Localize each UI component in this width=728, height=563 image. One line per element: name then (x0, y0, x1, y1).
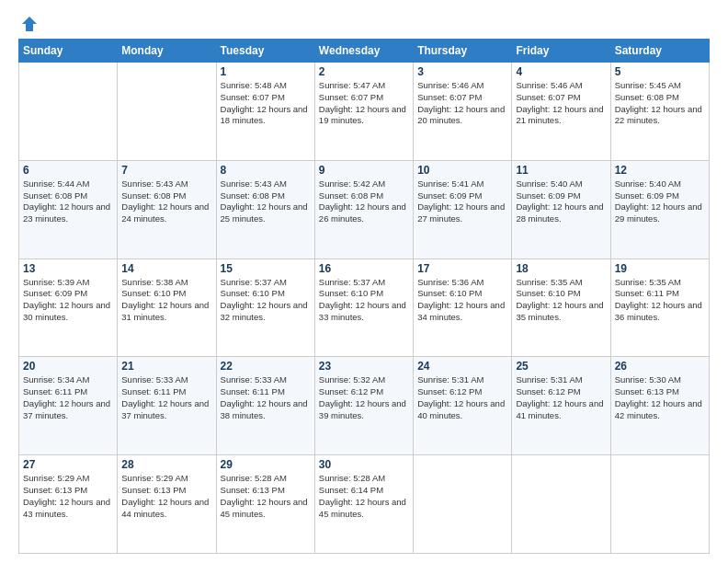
day-number: 25 (516, 360, 606, 373)
day-number: 27 (23, 458, 113, 471)
calendar-cell: 10Sunrise: 5:41 AM Sunset: 6:09 PM Dayli… (414, 160, 512, 259)
calendar-week-row: 13Sunrise: 5:39 AM Sunset: 6:09 PM Dayli… (19, 259, 710, 357)
cell-content: Sunrise: 5:43 AM Sunset: 6:08 PM Dayligh… (121, 178, 211, 225)
day-number: 7 (121, 164, 211, 177)
day-number: 3 (417, 65, 507, 78)
cell-content: Sunrise: 5:39 AM Sunset: 6:09 PM Dayligh… (23, 277, 113, 324)
calendar-cell: 9Sunrise: 5:42 AM Sunset: 6:08 PM Daylig… (314, 160, 413, 259)
calendar-cell: 21Sunrise: 5:33 AM Sunset: 6:11 PM Dayli… (118, 357, 216, 455)
cell-content: Sunrise: 5:42 AM Sunset: 6:08 PM Dayligh… (319, 178, 409, 225)
day-number: 4 (516, 65, 606, 78)
calendar-cell: 1Sunrise: 5:48 AM Sunset: 6:07 PM Daylig… (216, 63, 314, 161)
day-number: 5 (615, 65, 705, 78)
cell-content: Sunrise: 5:38 AM Sunset: 6:10 PM Dayligh… (121, 277, 211, 324)
day-number: 12 (615, 164, 705, 177)
cell-content: Sunrise: 5:47 AM Sunset: 6:07 PM Dayligh… (319, 80, 409, 127)
day-number: 6 (23, 164, 113, 177)
header (18, 15, 710, 29)
day-number: 28 (121, 458, 211, 471)
cell-content: Sunrise: 5:40 AM Sunset: 6:09 PM Dayligh… (516, 178, 606, 225)
calendar-cell (610, 455, 709, 554)
cell-content: Sunrise: 5:35 AM Sunset: 6:11 PM Dayligh… (615, 277, 705, 324)
cell-content: Sunrise: 5:43 AM Sunset: 6:08 PM Dayligh… (221, 178, 311, 225)
day-number: 15 (221, 262, 311, 275)
calendar-table: SundayMondayTuesdayWednesdayThursdayFrid… (18, 39, 710, 554)
calendar-day-header: Thursday (414, 40, 512, 63)
cell-content: Sunrise: 5:46 AM Sunset: 6:07 PM Dayligh… (417, 80, 507, 127)
calendar-cell: 15Sunrise: 5:37 AM Sunset: 6:10 PM Dayli… (216, 259, 314, 357)
cell-content: Sunrise: 5:30 AM Sunset: 6:13 PM Dayligh… (615, 374, 705, 421)
day-number: 22 (221, 360, 311, 373)
calendar-day-header: Wednesday (314, 40, 413, 63)
calendar-cell: 3Sunrise: 5:46 AM Sunset: 6:07 PM Daylig… (414, 63, 512, 161)
calendar-week-row: 20Sunrise: 5:34 AM Sunset: 6:11 PM Dayli… (19, 357, 710, 455)
cell-content: Sunrise: 5:46 AM Sunset: 6:07 PM Dayligh… (516, 80, 606, 127)
cell-content: Sunrise: 5:36 AM Sunset: 6:10 PM Dayligh… (417, 277, 507, 324)
calendar-cell (512, 455, 610, 554)
logo (18, 15, 39, 29)
calendar-cell: 8Sunrise: 5:43 AM Sunset: 6:08 PM Daylig… (216, 160, 314, 259)
day-number: 11 (516, 164, 606, 177)
calendar-week-row: 27Sunrise: 5:29 AM Sunset: 6:13 PM Dayli… (19, 455, 710, 554)
calendar-week-row: 1Sunrise: 5:48 AM Sunset: 6:07 PM Daylig… (19, 63, 710, 161)
calendar-cell: 18Sunrise: 5:35 AM Sunset: 6:10 PM Dayli… (512, 259, 610, 357)
calendar-cell: 13Sunrise: 5:39 AM Sunset: 6:09 PM Dayli… (19, 259, 118, 357)
cell-content: Sunrise: 5:40 AM Sunset: 6:09 PM Dayligh… (615, 178, 705, 225)
calendar-cell: 2Sunrise: 5:47 AM Sunset: 6:07 PM Daylig… (314, 63, 413, 161)
day-number: 21 (121, 360, 211, 373)
calendar-cell: 6Sunrise: 5:44 AM Sunset: 6:08 PM Daylig… (19, 160, 118, 259)
calendar-cell: 5Sunrise: 5:45 AM Sunset: 6:08 PM Daylig… (610, 63, 709, 161)
calendar-cell: 7Sunrise: 5:43 AM Sunset: 6:08 PM Daylig… (118, 160, 216, 259)
calendar-day-header: Friday (512, 40, 610, 63)
day-number: 19 (615, 262, 705, 275)
calendar-cell: 4Sunrise: 5:46 AM Sunset: 6:07 PM Daylig… (512, 63, 610, 161)
calendar-cell: 29Sunrise: 5:28 AM Sunset: 6:13 PM Dayli… (216, 455, 314, 554)
calendar-cell: 17Sunrise: 5:36 AM Sunset: 6:10 PM Dayli… (414, 259, 512, 357)
calendar-header-row: SundayMondayTuesdayWednesdayThursdayFrid… (19, 40, 710, 63)
logo-icon (20, 15, 39, 33)
calendar-cell: 12Sunrise: 5:40 AM Sunset: 6:09 PM Dayli… (610, 160, 709, 259)
day-number: 9 (319, 164, 409, 177)
svg-marker-0 (22, 17, 37, 31)
calendar-day-header: Monday (118, 40, 216, 63)
cell-content: Sunrise: 5:32 AM Sunset: 6:12 PM Dayligh… (319, 374, 409, 421)
cell-content: Sunrise: 5:28 AM Sunset: 6:13 PM Dayligh… (221, 473, 311, 520)
day-number: 14 (121, 262, 211, 275)
day-number: 16 (319, 262, 409, 275)
day-number: 30 (319, 458, 409, 471)
cell-content: Sunrise: 5:37 AM Sunset: 6:10 PM Dayligh… (319, 277, 409, 324)
calendar-cell: 11Sunrise: 5:40 AM Sunset: 6:09 PM Dayli… (512, 160, 610, 259)
cell-content: Sunrise: 5:37 AM Sunset: 6:10 PM Dayligh… (221, 277, 311, 324)
calendar-cell (118, 63, 216, 161)
calendar-day-header: Tuesday (216, 40, 314, 63)
calendar-cell: 24Sunrise: 5:31 AM Sunset: 6:12 PM Dayli… (414, 357, 512, 455)
day-number: 20 (23, 360, 113, 373)
cell-content: Sunrise: 5:35 AM Sunset: 6:10 PM Dayligh… (516, 277, 606, 324)
cell-content: Sunrise: 5:31 AM Sunset: 6:12 PM Dayligh… (417, 374, 507, 421)
cell-content: Sunrise: 5:45 AM Sunset: 6:08 PM Dayligh… (615, 80, 705, 127)
calendar-cell: 14Sunrise: 5:38 AM Sunset: 6:10 PM Dayli… (118, 259, 216, 357)
calendar-cell: 28Sunrise: 5:29 AM Sunset: 6:13 PM Dayli… (118, 455, 216, 554)
cell-content: Sunrise: 5:33 AM Sunset: 6:11 PM Dayligh… (121, 374, 211, 421)
day-number: 23 (319, 360, 409, 373)
cell-content: Sunrise: 5:29 AM Sunset: 6:13 PM Dayligh… (23, 473, 113, 520)
calendar-cell: 16Sunrise: 5:37 AM Sunset: 6:10 PM Dayli… (314, 259, 413, 357)
calendar-day-header: Saturday (610, 40, 709, 63)
cell-content: Sunrise: 5:34 AM Sunset: 6:11 PM Dayligh… (23, 374, 113, 421)
calendar-cell (414, 455, 512, 554)
calendar-cell: 19Sunrise: 5:35 AM Sunset: 6:11 PM Dayli… (610, 259, 709, 357)
day-number: 17 (417, 262, 507, 275)
calendar-cell: 22Sunrise: 5:33 AM Sunset: 6:11 PM Dayli… (216, 357, 314, 455)
calendar-day-header: Sunday (19, 40, 118, 63)
calendar-cell: 26Sunrise: 5:30 AM Sunset: 6:13 PM Dayli… (610, 357, 709, 455)
day-number: 29 (221, 458, 311, 471)
day-number: 18 (516, 262, 606, 275)
day-number: 13 (23, 262, 113, 275)
cell-content: Sunrise: 5:41 AM Sunset: 6:09 PM Dayligh… (417, 178, 507, 225)
calendar-cell: 23Sunrise: 5:32 AM Sunset: 6:12 PM Dayli… (314, 357, 413, 455)
cell-content: Sunrise: 5:48 AM Sunset: 6:07 PM Dayligh… (221, 80, 311, 127)
calendar-cell (19, 63, 118, 161)
page: SundayMondayTuesdayWednesdayThursdayFrid… (0, 0, 728, 563)
cell-content: Sunrise: 5:33 AM Sunset: 6:11 PM Dayligh… (221, 374, 311, 421)
day-number: 24 (417, 360, 507, 373)
